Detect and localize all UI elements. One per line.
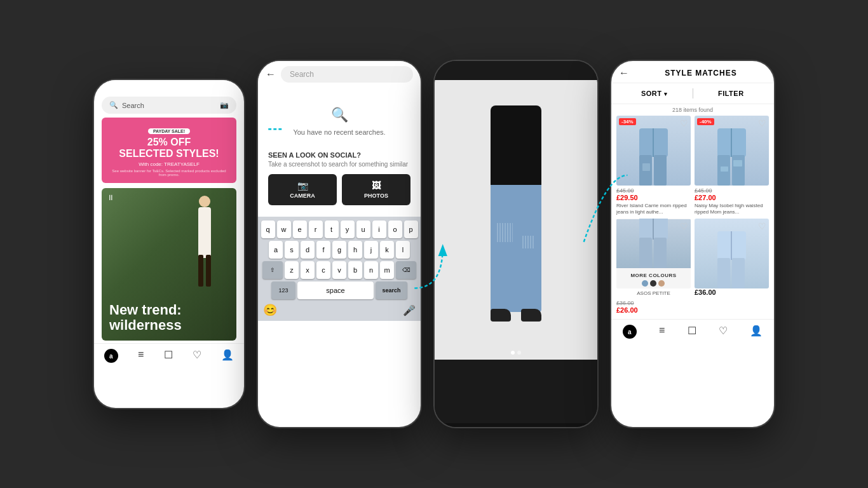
nav-menu-1[interactable]: ≡ bbox=[138, 349, 144, 363]
key-u[interactable]: u bbox=[356, 220, 370, 238]
key-space[interactable]: space bbox=[297, 281, 374, 299]
model-jeans bbox=[491, 185, 541, 312]
promo-banner: PAYDAY SALE! 25% OFF SELECTED STYLES! Wi… bbox=[102, 118, 236, 183]
camera-label: CAMERA bbox=[290, 193, 315, 199]
color-dot-black[interactable] bbox=[650, 280, 656, 287]
key-p[interactable]: p bbox=[404, 220, 418, 238]
key-r[interactable]: r bbox=[309, 220, 323, 238]
more-colors-label: MORE COLOURS bbox=[630, 273, 676, 278]
key-g[interactable]: g bbox=[332, 241, 346, 259]
key-q[interactable]: q bbox=[261, 220, 275, 238]
nav-menu-4[interactable]: ≡ bbox=[659, 325, 665, 339]
figure-body bbox=[198, 207, 211, 258]
key-e[interactable]: e bbox=[293, 220, 307, 238]
photo-preview bbox=[435, 80, 597, 360]
nav-home-1[interactable]: a bbox=[104, 349, 118, 363]
filter-button[interactable]: FILTER bbox=[696, 87, 767, 100]
key-k[interactable]: k bbox=[380, 241, 394, 259]
nav-home-4[interactable]: a bbox=[623, 325, 637, 339]
phone-1-home: 🔍 Search 📷 PAYDAY SALE! 25% OFF SELECTED… bbox=[93, 79, 245, 409]
key-search[interactable]: search bbox=[376, 281, 407, 299]
key-f[interactable]: f bbox=[316, 241, 330, 259]
social-search-section: SEEN A LOOK ON SOCIAL? Take a screenshot… bbox=[258, 142, 421, 217]
color-dot-tan[interactable] bbox=[658, 280, 665, 287]
nav-wishlist-4[interactable]: ♡ bbox=[719, 325, 728, 339]
key-n[interactable]: n bbox=[364, 261, 378, 279]
key-c[interactable]: c bbox=[316, 261, 330, 279]
key-s[interactable]: s bbox=[285, 241, 299, 259]
product-3-orig-price: £36.00 bbox=[616, 300, 691, 306]
product-1-wishlist[interactable]: ♡ bbox=[680, 118, 688, 128]
model-shirt bbox=[491, 105, 541, 188]
bottom-nav-1: a ≡ ☐ ♡ 👤 bbox=[94, 343, 244, 367]
nav-bag-1[interactable]: ☐ bbox=[164, 349, 173, 363]
key-l[interactable]: l bbox=[396, 241, 410, 259]
nav-wishlist-1[interactable]: ♡ bbox=[193, 349, 201, 363]
camera-button[interactable]: 📷 CAMERA bbox=[268, 174, 337, 205]
key-a[interactable]: a bbox=[269, 241, 283, 259]
product-4-wishlist[interactable]: ♡ bbox=[758, 221, 766, 231]
jeans-distress-left bbox=[497, 223, 513, 242]
sort-chevron: ▾ bbox=[664, 91, 668, 97]
camera-icon-btn: 📷 bbox=[297, 180, 308, 191]
key-t[interactable]: t bbox=[325, 220, 339, 238]
mic-key[interactable]: 🎤 bbox=[403, 304, 416, 316]
product-1-image: -34% ♡ bbox=[616, 116, 691, 186]
key-h[interactable]: h bbox=[348, 241, 362, 259]
svg-rect-7 bbox=[732, 155, 745, 186]
nav-account-1[interactable]: 👤 bbox=[221, 349, 234, 363]
color-dot-blue[interactable] bbox=[642, 280, 648, 287]
key-x[interactable]: x bbox=[301, 261, 315, 279]
items-count: 218 items found bbox=[611, 104, 774, 116]
key-j[interactable]: j bbox=[364, 241, 378, 259]
back-icon-2[interactable]: ← bbox=[266, 69, 276, 80]
search-bar-1[interactable]: 🔍 Search 📷 bbox=[102, 97, 236, 114]
nav-bag-4[interactable]: ☐ bbox=[688, 325, 696, 339]
key-backspace[interactable]: ⌫ bbox=[396, 261, 416, 279]
key-v[interactable]: v bbox=[332, 261, 346, 279]
key-d[interactable]: d bbox=[301, 241, 315, 259]
nav-account-4[interactable]: 👤 bbox=[750, 325, 763, 339]
figure-head bbox=[199, 196, 210, 207]
key-i[interactable]: i bbox=[372, 220, 386, 238]
dot-2 bbox=[517, 351, 521, 355]
key-y[interactable]: y bbox=[341, 220, 355, 238]
camera-dark-bottom bbox=[435, 360, 597, 423]
figure-leg-left bbox=[198, 255, 203, 287]
sort-button[interactable]: SORT ▾ bbox=[619, 87, 690, 100]
back-icon-4[interactable]: ← bbox=[619, 67, 629, 79]
product-3: MORE COLOURS ♡ ASOS PETITE £36.00 £26.00 bbox=[616, 219, 691, 314]
discount-text: 25% OFF SELECTED STYLES! bbox=[108, 137, 230, 159]
svg-rect-2 bbox=[654, 155, 667, 186]
key-z[interactable]: z bbox=[285, 261, 299, 279]
search-label-1[interactable]: Search bbox=[122, 102, 144, 109]
hero-text: New trend:wilderness bbox=[102, 295, 189, 341]
sort-filter-divider bbox=[693, 88, 693, 98]
key-m[interactable]: m bbox=[380, 261, 394, 279]
search-icon-1: 🔍 bbox=[109, 101, 118, 109]
model-shoe-right bbox=[521, 309, 541, 322]
search-input-2[interactable]: Search bbox=[281, 66, 413, 83]
product-2-wishlist[interactable]: ♡ bbox=[758, 118, 766, 128]
key-o[interactable]: o bbox=[388, 220, 402, 238]
svg-rect-17 bbox=[732, 258, 745, 288]
camera-controls: Cancel ↺ Done bbox=[435, 423, 597, 428]
emoji-key[interactable]: 😊 bbox=[263, 303, 277, 317]
phone-2-search: ← Search 🔍 You have no recent searches. … bbox=[257, 60, 422, 428]
product-4: ♡ £36.00 bbox=[695, 219, 769, 314]
photos-button[interactable]: 🖼 PHOTOS bbox=[342, 174, 410, 205]
search-top-bar: ← Search bbox=[258, 61, 421, 88]
key-w[interactable]: w bbox=[277, 220, 291, 238]
promo-code: With code: TREATYASELF bbox=[108, 161, 230, 167]
product-3-brand: ASOS PETITE bbox=[616, 288, 691, 298]
jeans-distress-right bbox=[522, 236, 535, 248]
product-3-wishlist[interactable]: ♡ bbox=[680, 221, 688, 231]
key-b[interactable]: b bbox=[348, 261, 362, 279]
keyboard-row-3: ⇧ z x c v b n m ⌫ bbox=[261, 261, 418, 279]
pause-icon[interactable]: ⏸ bbox=[107, 193, 114, 202]
key-shift[interactable]: ⇧ bbox=[262, 261, 283, 279]
svg-rect-4 bbox=[642, 163, 650, 171]
color-dots bbox=[642, 280, 665, 287]
camera-icon-1[interactable]: 📷 bbox=[220, 101, 229, 109]
key-123[interactable]: 123 bbox=[271, 281, 295, 299]
